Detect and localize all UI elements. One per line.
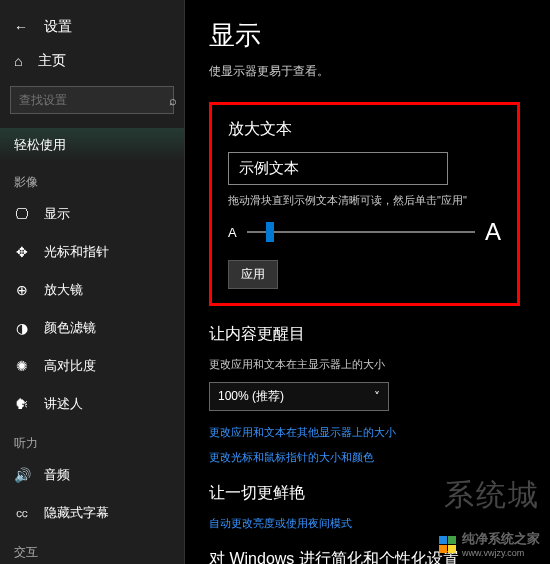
enlarge-text-section: 放大文本 示例文本 拖动滑块直到示例文本清晰可读，然后单击"应用" A A 应用 bbox=[209, 102, 520, 306]
home-nav[interactable]: ⌂ 主页 bbox=[0, 44, 184, 78]
sidebar-item-audio[interactable]: 🔊音频 bbox=[0, 456, 184, 494]
sidebar-item-display[interactable]: 🖵显示 bbox=[0, 195, 184, 233]
magnifier-icon: ⊕ bbox=[14, 282, 30, 298]
text-size-slider[interactable] bbox=[247, 231, 475, 233]
nav-label: 显示 bbox=[44, 205, 70, 223]
sidebar-item-colorfilter[interactable]: ◑颜色滤镜 bbox=[0, 309, 184, 347]
nav-label: 隐藏式字幕 bbox=[44, 504, 109, 522]
chevron-down-icon: ˅ bbox=[374, 390, 380, 404]
small-a-label: A bbox=[228, 225, 237, 240]
search-icon: ⌕ bbox=[169, 93, 177, 108]
apply-button[interactable]: 应用 bbox=[228, 260, 278, 289]
section-title: 放大文本 bbox=[228, 119, 501, 140]
sidebar-item-contrast[interactable]: ✺高对比度 bbox=[0, 347, 184, 385]
search-input-container[interactable]: ⌕ bbox=[10, 86, 174, 114]
sidebar-item-cursor[interactable]: ✥光标和指针 bbox=[0, 233, 184, 271]
nav-label: 讲述人 bbox=[44, 395, 83, 413]
nav-label: 高对比度 bbox=[44, 357, 96, 375]
other-displays-link[interactable]: 更改应用和文本在其他显示器上的大小 bbox=[209, 425, 520, 440]
site-watermark: 纯净系统之家 www.vwjzy.com bbox=[439, 530, 540, 558]
sidebar-group-label: 影像 bbox=[0, 162, 184, 195]
captions-icon: ㏄ bbox=[14, 504, 30, 522]
sidebar-item-magnifier[interactable]: ⊕放大镜 bbox=[0, 271, 184, 309]
watermark-url: www.vwjzy.com bbox=[462, 548, 540, 558]
search-input[interactable] bbox=[19, 93, 169, 107]
cursor-size-link[interactable]: 更改光标和鼠标指针的大小和颜色 bbox=[209, 450, 520, 465]
section-title: 让一切更鲜艳 bbox=[209, 483, 520, 504]
window-title: 设置 bbox=[44, 18, 72, 36]
back-arrow-icon: ← bbox=[14, 19, 28, 35]
cursor-icon: ✥ bbox=[14, 244, 30, 260]
page-subtitle: 使显示器更易于查看。 bbox=[209, 63, 550, 80]
slider-hint: 拖动滑块直到示例文本清晰可读，然后单击"应用" bbox=[228, 193, 501, 208]
sidebar-item-narrator[interactable]: 🗣讲述人 bbox=[0, 385, 184, 423]
prominent-section: 让内容更醒目 更改应用和文本在主显示器上的大小 100% (推荐) ˅ 更改应用… bbox=[209, 324, 520, 465]
nav-label: 颜色滤镜 bbox=[44, 319, 96, 337]
sidebar-group-label: 交互 bbox=[0, 532, 184, 564]
brightness-link[interactable]: 自动更改亮度或使用夜间模式 bbox=[209, 516, 520, 531]
vivid-section: 让一切更鲜艳 自动更改亮度或使用夜间模式 bbox=[209, 483, 520, 531]
nav-label: 音频 bbox=[44, 466, 70, 484]
colorfilter-icon: ◑ bbox=[14, 320, 30, 336]
contrast-icon: ✺ bbox=[14, 358, 30, 374]
home-label: 主页 bbox=[38, 52, 66, 70]
back-button[interactable]: ← 设置 bbox=[0, 10, 184, 44]
page-title: 显示 bbox=[209, 18, 550, 53]
sidebar-item-captions[interactable]: ㏄隐藏式字幕 bbox=[0, 494, 184, 532]
home-icon: ⌂ bbox=[14, 53, 22, 69]
watermark-logo-icon bbox=[439, 536, 456, 553]
sidebar-section-title: 轻松使用 bbox=[0, 128, 184, 162]
section-sub: 更改应用和文本在主显示器上的大小 bbox=[209, 357, 520, 372]
narrator-icon: 🗣 bbox=[14, 396, 30, 412]
dropdown-value: 100% (推荐) bbox=[218, 388, 284, 405]
sidebar-group-label: 听力 bbox=[0, 423, 184, 456]
nav-label: 光标和指针 bbox=[44, 243, 109, 261]
big-a-label: A bbox=[485, 218, 501, 246]
nav-label: 放大镜 bbox=[44, 281, 83, 299]
scale-dropdown[interactable]: 100% (推荐) ˅ bbox=[209, 382, 389, 411]
section-title: 让内容更醒目 bbox=[209, 324, 520, 345]
audio-icon: 🔊 bbox=[14, 467, 30, 483]
watermark-text: 纯净系统之家 bbox=[462, 530, 540, 548]
sample-text-box: 示例文本 bbox=[228, 152, 448, 185]
slider-thumb[interactable] bbox=[266, 222, 274, 242]
monitor-icon: 🖵 bbox=[14, 206, 30, 222]
